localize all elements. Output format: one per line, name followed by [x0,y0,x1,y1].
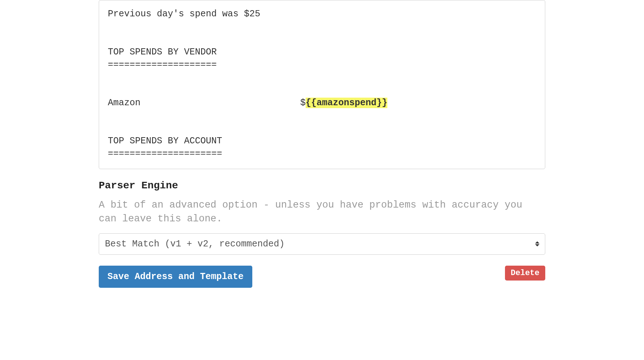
template-section-title: TOP SPENDS BY ACCOUNT [108,135,536,147]
parser-engine-heading: Parser Engine [99,180,545,191]
blank-line [108,33,536,46]
template-section-underline: ===================== [108,147,536,160]
save-button[interactable]: Save Address and Template [99,266,252,288]
template-section-title: TOP SPENDS BY VENDOR [108,46,536,58]
parser-engine-select-wrapper: Best Match (v1 + v2, recommended) [99,233,545,255]
blank-line [108,109,536,122]
vendor-name: Amazon [108,97,300,109]
blank-line [108,20,536,33]
button-row: Save Address and Template Delete [99,266,545,288]
blank-line [108,84,536,97]
parser-engine-select[interactable]: Best Match (v1 + v2, recommended) [99,233,545,255]
template-section-underline: ==================== [108,58,536,71]
main-container: Previous day's spend was $25 TOP SPENDS … [86,0,558,288]
vendor-value: ${{amazonspend}} [300,97,387,109]
delete-button[interactable]: Delete [505,266,545,281]
blank-line [108,122,536,135]
parser-engine-description: A bit of an advanced option - unless you… [99,199,545,226]
blank-line [108,71,536,84]
template-vendor-row: Amazon${{amazonspend}} [108,97,536,109]
template-editor[interactable]: Previous day's spend was $25 TOP SPENDS … [99,0,545,169]
template-variable-highlight: {{amazonspend}} [306,98,387,108]
template-line: Previous day's spend was $25 [108,8,536,20]
